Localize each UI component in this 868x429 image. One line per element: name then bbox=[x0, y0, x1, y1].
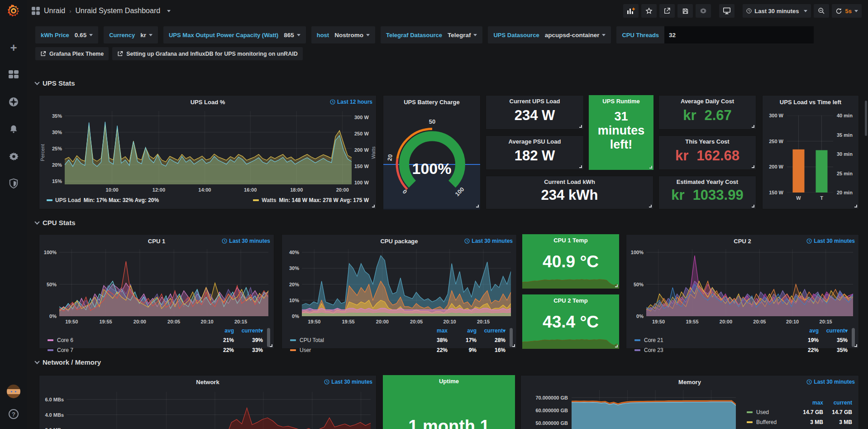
panel-time-range[interactable]: Last 30 minutes bbox=[324, 379, 372, 385]
panel-title[interactable]: Average PSU Load bbox=[509, 138, 561, 145]
legend-column-header[interactable]: current▾ bbox=[819, 328, 848, 334]
panel-time-range[interactable]: Last 30 minutes bbox=[464, 238, 513, 244]
explore-compass-icon[interactable] bbox=[0, 92, 27, 111]
panel-time-range[interactable]: Last 30 minutes bbox=[222, 238, 270, 244]
legend-series-name[interactable]: Core 23 bbox=[644, 347, 790, 353]
panel-resize-handle[interactable] bbox=[476, 205, 479, 207]
section-header-ups-stats[interactable]: UPS Stats bbox=[35, 79, 75, 87]
panel-title[interactable]: This Years Cost bbox=[685, 138, 729, 145]
panel-title[interactable]: Current UPS Load bbox=[510, 98, 560, 105]
panel-title[interactable]: UPS Load % bbox=[191, 99, 225, 106]
cpu-package-chart[interactable] bbox=[302, 249, 511, 316]
variable-value-dropdown[interactable]: Telegraf bbox=[448, 32, 477, 39]
legend-column-header[interactable]: avg bbox=[205, 328, 234, 334]
panel-resize-handle[interactable] bbox=[752, 165, 754, 168]
dashboard-switcher-caret-icon[interactable] bbox=[167, 10, 171, 12]
series-color-icon[interactable] bbox=[48, 339, 53, 341]
series-color-icon[interactable] bbox=[253, 199, 259, 201]
add-panel-button[interactable] bbox=[623, 4, 639, 18]
admin-shield-icon[interactable] bbox=[0, 174, 27, 193]
panel-resize-handle[interactable] bbox=[854, 344, 857, 347]
panel-time-range[interactable]: Last 30 minutes bbox=[806, 379, 855, 385]
dashboards-icon[interactable] bbox=[0, 65, 27, 84]
panel-title[interactable]: CPU 1 bbox=[148, 238, 165, 245]
series-color-icon[interactable] bbox=[48, 349, 53, 351]
legend-series-name[interactable]: Core 7 bbox=[57, 347, 205, 353]
series-color-icon[interactable] bbox=[47, 199, 52, 201]
panel-title[interactable]: CPU 2 bbox=[734, 238, 751, 245]
panel-title[interactable]: CPU package bbox=[380, 238, 418, 245]
legend-column-header[interactable]: current▾ bbox=[234, 328, 263, 334]
panel-resize-handle[interactable] bbox=[270, 344, 272, 347]
dashboard-grid-icon[interactable] bbox=[32, 7, 40, 15]
panel-title[interactable]: Memory bbox=[678, 379, 701, 386]
legend-series-name[interactable]: User bbox=[300, 347, 419, 353]
variable-value-dropdown[interactable]: Nostromo bbox=[334, 32, 370, 39]
star-dashboard-button[interactable] bbox=[641, 4, 657, 18]
cpu1-chart[interactable] bbox=[59, 249, 268, 316]
ups-load-chart[interactable] bbox=[65, 111, 352, 184]
legend-column-header[interactable]: max bbox=[794, 400, 823, 406]
panel-title[interactable]: Current Load kWh bbox=[544, 178, 595, 185]
add-icon[interactable]: + bbox=[0, 38, 27, 57]
legend-series-name[interactable]: UPS Load bbox=[55, 197, 81, 203]
series-color-icon[interactable] bbox=[634, 349, 640, 351]
panel-time-range[interactable]: Last 30 minutes bbox=[806, 238, 855, 244]
save-dashboard-button[interactable] bbox=[677, 4, 693, 18]
panel-resize-handle[interactable] bbox=[615, 284, 618, 287]
legend-series-name[interactable]: Watts bbox=[262, 197, 276, 203]
legend-column-header[interactable]: avg bbox=[448, 328, 477, 334]
series-color-icon[interactable] bbox=[634, 339, 640, 341]
panel-title[interactable]: UPS Battery Charge bbox=[404, 99, 460, 106]
panel-resize-handle[interactable] bbox=[579, 125, 582, 128]
legend-series-name[interactable]: Buffered bbox=[756, 419, 794, 425]
page-scrollbar-thumb[interactable] bbox=[865, 101, 867, 136]
panel-resize-handle[interactable] bbox=[372, 205, 375, 207]
panel-resize-handle[interactable] bbox=[752, 125, 754, 128]
legend-series-name[interactable]: Used bbox=[756, 409, 794, 415]
refresh-interval-label[interactable]: 5s bbox=[845, 8, 852, 14]
panel-title[interactable]: UPS Load vs Time left bbox=[780, 99, 841, 106]
dashboard-settings-button[interactable] bbox=[696, 4, 711, 18]
legend-column-header[interactable]: current▾ bbox=[477, 328, 506, 334]
panel-title[interactable]: Network bbox=[196, 379, 219, 386]
cycle-view-mode-button[interactable] bbox=[719, 4, 734, 18]
legend-series-name[interactable]: CPU Total bbox=[300, 337, 419, 343]
battery-gauge[interactable]: 02050100 bbox=[383, 111, 481, 206]
series-color-icon[interactable] bbox=[290, 349, 296, 351]
legend-column-header[interactable]: avg bbox=[790, 328, 819, 334]
share-dashboard-button[interactable] bbox=[659, 4, 675, 18]
panel-title[interactable]: Estimated Yearly Cost bbox=[677, 178, 738, 185]
breadcrumb-folder[interactable]: Unraid bbox=[44, 7, 65, 15]
legend-series-name[interactable]: Core 21 bbox=[644, 337, 790, 343]
panel-time-range[interactable]: Last 12 hours bbox=[330, 99, 372, 105]
memory-chart[interactable] bbox=[572, 390, 736, 429]
dashboard-link[interactable]: Grafana Plex Theme bbox=[35, 47, 109, 60]
panel-resize-handle[interactable] bbox=[649, 205, 652, 207]
series-color-icon[interactable] bbox=[747, 421, 753, 423]
refresh-button[interactable]: 5s bbox=[832, 4, 862, 18]
panel-resize-handle[interactable] bbox=[752, 205, 754, 207]
network-chart[interactable] bbox=[67, 392, 371, 429]
panel-resize-handle[interactable] bbox=[649, 166, 652, 169]
refresh-interval-caret-icon[interactable] bbox=[854, 10, 858, 12]
alerting-bell-icon[interactable] bbox=[0, 120, 27, 139]
legend-series-name[interactable]: Core 6 bbox=[57, 337, 205, 343]
variable-value-dropdown[interactable]: 865 bbox=[284, 32, 300, 39]
section-header-network-memory[interactable]: Network / Memory bbox=[35, 358, 101, 366]
panel-resize-handle[interactable] bbox=[512, 344, 515, 347]
user-avatar[interactable] bbox=[0, 382, 27, 401]
ups-load-vs-time-chart[interactable] bbox=[787, 116, 833, 193]
panel-title[interactable]: UPS Runtime bbox=[602, 98, 639, 105]
configuration-gear-icon[interactable] bbox=[0, 147, 27, 166]
variable-value-dropdown[interactable]: apcupsd-container bbox=[545, 32, 606, 39]
variable-value-dropdown[interactable]: kr bbox=[140, 32, 153, 39]
panel-resize-handle[interactable] bbox=[579, 165, 582, 168]
panel-resize-handle[interactable] bbox=[615, 345, 618, 347]
series-color-icon[interactable] bbox=[290, 339, 296, 341]
grafana-logo-icon[interactable] bbox=[0, 0, 27, 22]
dashboard-link[interactable]: Setting up Grafana and InfluxDB for UPS … bbox=[112, 47, 302, 60]
panel-title[interactable]: CPU 1 Temp bbox=[553, 237, 588, 244]
section-header-cpu-stats[interactable]: CPU Stats bbox=[35, 219, 76, 227]
panel-resize-handle[interactable] bbox=[854, 205, 857, 207]
